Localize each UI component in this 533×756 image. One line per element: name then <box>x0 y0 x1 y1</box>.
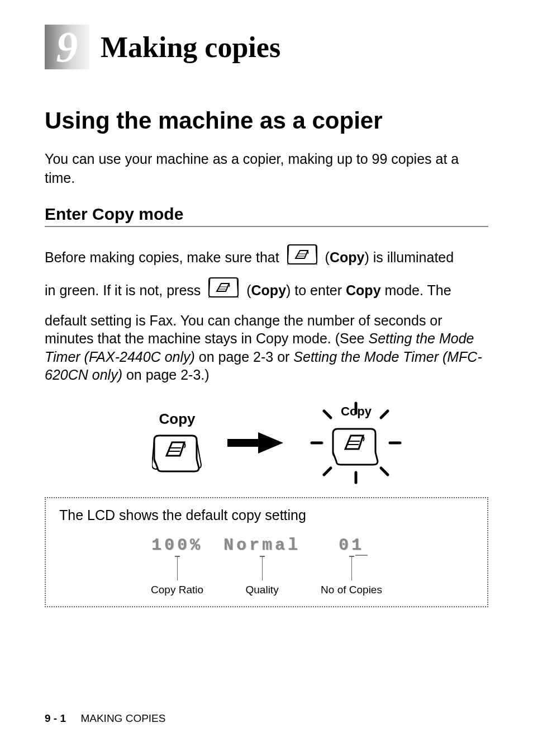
lcd-ratio-label: Copy Ratio <box>151 584 203 596</box>
copy-button-on: Copy <box>308 401 403 485</box>
footer-title: MAKING COPIES <box>80 712 165 724</box>
lcd-col-ratio: 100% Copy Ratio <box>151 536 203 596</box>
lcd-copies-value: 01 <box>339 536 364 555</box>
lcd-tick <box>351 557 352 580</box>
lcd-quality-value: Normal <box>223 536 301 555</box>
chapter-number: 9 <box>56 25 78 69</box>
para2-mode: Copy <box>346 282 381 298</box>
lcd-example-box: The LCD shows the default copy setting 1… <box>45 497 488 607</box>
para2-post: mode. The <box>381 282 451 298</box>
lcd-tick <box>177 557 178 580</box>
lcd-ratio-value: 100% <box>151 536 203 555</box>
svg-line-4 <box>324 411 331 418</box>
para3-b: on page 2-3 or <box>195 349 294 365</box>
lcd-col-quality: Normal Quality <box>223 536 301 596</box>
copy-label-right-svg: Copy <box>341 404 372 418</box>
lcd-col-copies: 01 No of Copies <box>321 536 382 596</box>
page-footer: 9 - 1 MAKING COPIES <box>45 712 165 725</box>
section-heading-copier: Using the machine as a copier <box>45 107 488 134</box>
lcd-title: The LCD shows the default copy setting <box>59 507 474 523</box>
para1-post: ) is illuminated <box>364 249 454 265</box>
copy-button-off: Copy <box>152 410 202 475</box>
copy-illustration: Copy <box>45 401 488 485</box>
para3-c: on page 2-3.) <box>122 367 210 382</box>
para-line-2: in green. If it is not, press (Copy) to … <box>45 276 488 308</box>
svg-line-7 <box>381 468 388 475</box>
para-line-1: Before making copies, make sure that (Co… <box>45 243 488 275</box>
chapter-title: Making copies <box>101 31 280 64</box>
copy-key-icon <box>287 243 318 275</box>
copy-key-3d-icon <box>152 430 202 475</box>
page: 9 Making copies Using the machine as a c… <box>0 0 533 756</box>
footer-sep <box>69 712 78 724</box>
footer-page-number: 9 - 1 <box>45 712 66 724</box>
copy-key-lit-icon: Copy <box>308 401 403 485</box>
section-heading-enter-copy: Enter Copy mode <box>45 205 488 224</box>
lcd-quality-label: Quality <box>246 584 279 596</box>
arrow-right-icon <box>225 429 286 457</box>
para3: default setting is Fax. You can change t… <box>45 311 488 384</box>
lcd-tick <box>262 557 263 580</box>
copy-label-left: Copy <box>159 410 196 428</box>
chapter-header: 9 Making copies <box>45 25 488 69</box>
para2-pre: in green. If it is not, press <box>45 282 204 298</box>
para1-pre: Before making copies, make sure that <box>45 249 283 265</box>
section-body-copier: You can use your machine as a copier, ma… <box>45 150 488 188</box>
para1-copy-label: Copy <box>330 249 365 265</box>
para1-open-paren: ( <box>325 249 330 265</box>
para2-copy-label: Copy <box>251 282 287 298</box>
copy-key-icon-2 <box>208 276 239 308</box>
para2-mid: ) to enter <box>286 282 346 298</box>
chapter-number-box: 9 <box>45 25 89 69</box>
lcd-copies-label: No of Copies <box>321 584 382 596</box>
heading-underline <box>45 226 488 227</box>
svg-line-6 <box>324 468 331 475</box>
svg-line-5 <box>381 411 388 418</box>
para2-open-paren: ( <box>246 282 251 298</box>
